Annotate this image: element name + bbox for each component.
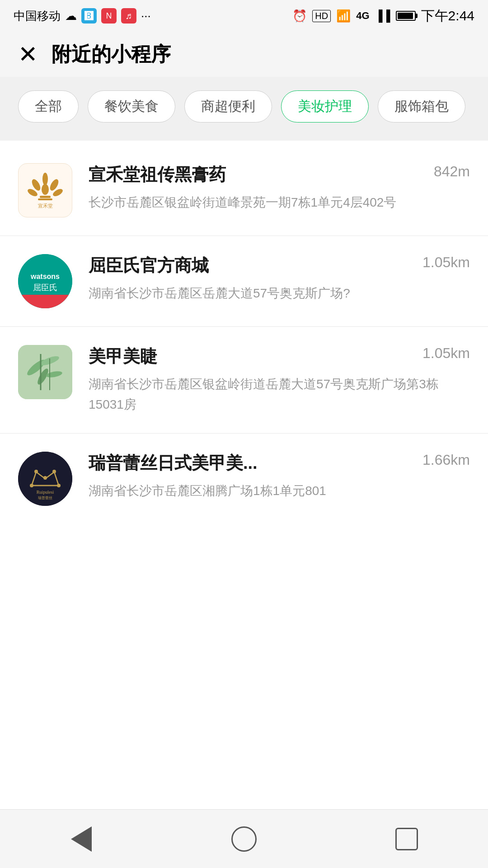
item-name: 屈臣氏官方商城 <box>89 254 209 277</box>
item-logo-watsons: watsons 屈臣氏 <box>18 254 72 308</box>
item-name: 美甲美睫 <box>89 345 157 368</box>
page-header: ✕ 附近的小程序 <box>0 32 488 77</box>
home-icon <box>231 826 257 852</box>
back-button[interactable] <box>59 816 104 862</box>
items-list: 宣禾堂 宣禾堂祖传黑膏药 842m 长沙市岳麓区银盆岭街道峰景苑一期7栋1单元4… <box>0 141 488 666</box>
item-distance: 842m <box>434 163 470 180</box>
recent-icon <box>395 828 418 850</box>
item-address: 长沙市岳麓区银盆岭街道峰景苑一期7栋1单元4层402号 <box>89 193 470 213</box>
status-bar: 中国移动 ☁ 🅱 N ♬ ··· ⏰ HD 📶 4G ▐▐ 下午2:44 <box>0 0 488 32</box>
filter-beauty[interactable]: 美妆护理 <box>281 90 369 123</box>
item-name-row: 瑞普蕾丝日式美甲美... 1.66km <box>89 452 470 475</box>
item-info: 屈臣氏官方商城 1.05km 湖南省长沙市岳麓区岳麓大道57号奥克斯广场? <box>89 254 470 304</box>
svg-point-24 <box>43 476 47 480</box>
item-name: 瑞普蕾丝日式美甲美... <box>89 452 258 475</box>
back-icon <box>71 826 92 852</box>
alarm-icon: ⏰ <box>292 9 307 23</box>
item-name-row: 美甲美睫 1.05km <box>89 345 470 368</box>
network-badge: 4G <box>356 10 369 22</box>
item-name: 宣禾堂祖传黑膏药 <box>89 163 226 186</box>
status-right: ⏰ HD 📶 4G ▐▐ 下午2:44 <box>292 7 474 25</box>
filter-fashion[interactable]: 服饰箱包 <box>378 90 465 123</box>
app-icon-2: N <box>101 8 117 24</box>
filter-section: 全部 餐饮美食 商超便利 美妆护理 服饰箱包 <box>0 77 488 141</box>
home-button[interactable] <box>221 816 267 862</box>
battery-icon <box>396 11 416 21</box>
svg-point-26 <box>52 470 56 473</box>
svg-point-0 <box>42 184 49 195</box>
recent-apps-button[interactable] <box>384 816 429 862</box>
item-address: 湖南省长沙市岳麓区银盆岭街道岳麓大道57号奥克斯广场第3栋15031房 <box>89 374 470 415</box>
item-info: 瑞普蕾丝日式美甲美... 1.66km 湖南省长沙市岳麓区湘腾广场1栋1单元80… <box>89 452 470 501</box>
svg-point-25 <box>34 470 38 473</box>
filter-food[interactable]: 餐饮美食 <box>88 90 175 123</box>
svg-rect-6 <box>40 196 51 198</box>
wifi-icon: 📶 <box>336 9 351 23</box>
item-address: 湖南省长沙市岳麓区岳麓大道57号奥克斯广场? <box>89 283 470 304</box>
signal-icon: ▐▐ <box>375 9 390 22</box>
bottom-navigation <box>0 809 488 868</box>
item-address: 湖南省长沙市岳麓区湘腾广场1栋1单元801 <box>89 481 470 501</box>
list-item[interactable]: 宣禾堂 宣禾堂祖传黑膏药 842m 长沙市岳麓区银盆岭街道峰景苑一期7栋1单元4… <box>0 145 488 236</box>
item-distance: 1.05km <box>422 345 470 362</box>
svg-text:屈臣氏: 屈臣氏 <box>33 283 57 292</box>
svg-text:watsons: watsons <box>30 273 60 280</box>
item-distance: 1.66km <box>422 452 470 468</box>
svg-text:Ruipulesi: Ruipulesi <box>37 490 54 495</box>
more-icon: ··· <box>141 9 151 23</box>
list-item[interactable]: 美甲美睫 1.05km 湖南省长沙市岳麓区银盆岭街道岳麓大道57号奥克斯广场第3… <box>0 327 488 434</box>
svg-rect-10 <box>18 295 72 308</box>
item-info: 美甲美睫 1.05km 湖南省长沙市岳麓区银盆岭街道岳麓大道57号奥克斯广场第3… <box>89 345 470 415</box>
item-distance: 1.05km <box>422 254 470 271</box>
list-item[interactable]: Ruipulesi 瑞普蕾丝 瑞普蕾丝日式美甲美... 1.66km 湖南省长沙… <box>0 434 488 524</box>
item-logo-ruipu: Ruipulesi 瑞普蕾丝 <box>18 452 72 506</box>
hd-badge: HD <box>312 10 331 22</box>
close-button[interactable]: ✕ <box>18 42 38 66</box>
app-icon-1: 🅱 <box>81 8 97 24</box>
svg-text:宣禾堂: 宣禾堂 <box>38 203 53 208</box>
time-display: 下午2:44 <box>421 7 474 25</box>
list-item[interactable]: watsons 屈臣氏 屈臣氏官方商城 1.05km 湖南省长沙市岳麓区岳麓大道… <box>0 236 488 327</box>
filter-supermarket[interactable]: 商超便利 <box>184 90 272 123</box>
svg-text:瑞普蕾丝: 瑞普蕾丝 <box>38 496 52 500</box>
svg-point-5 <box>42 173 48 185</box>
item-info: 宣禾堂祖传黑膏药 842m 长沙市岳麓区银盆岭街道峰景苑一期7栋1单元4层402… <box>89 163 470 213</box>
page-title: 附近的小程序 <box>52 41 171 68</box>
item-name-row: 屈臣氏官方商城 1.05km <box>89 254 470 277</box>
status-left: 中国移动 ☁ 🅱 N ♬ ··· <box>14 8 151 24</box>
item-logo-nailbeauty <box>18 345 72 399</box>
app-icon-3: ♬ <box>121 8 136 24</box>
svg-rect-7 <box>38 198 52 200</box>
item-logo-xuanhutang: 宣禾堂 <box>18 163 72 217</box>
carrier-text: 中国移动 <box>14 8 61 24</box>
filter-all[interactable]: 全部 <box>18 90 79 123</box>
weather-icon: ☁ <box>65 9 77 23</box>
item-name-row: 宣禾堂祖传黑膏药 842m <box>89 163 470 186</box>
spacer <box>0 666 488 809</box>
